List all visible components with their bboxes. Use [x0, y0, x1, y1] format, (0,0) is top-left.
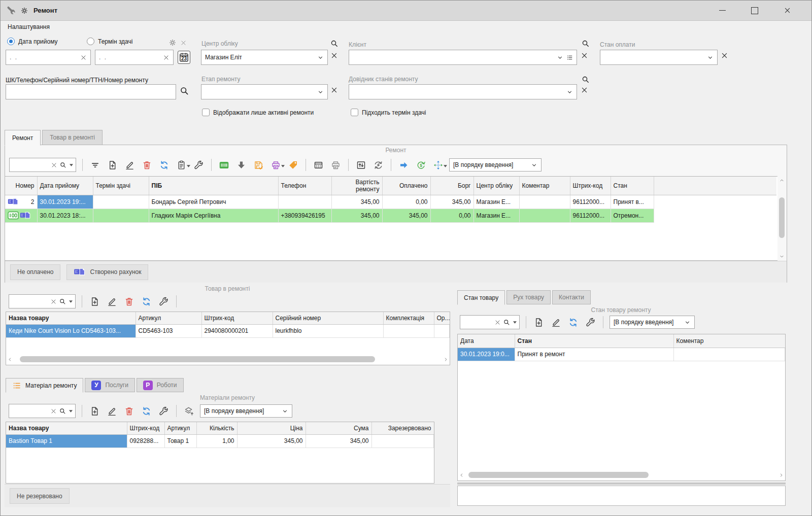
- copy-menu-button[interactable]: [175, 159, 188, 171]
- scroll-thumb[interactable]: [20, 356, 375, 362]
- col-center[interactable]: Центр обліку: [473, 177, 519, 195]
- clear-payment-state-button[interactable]: [721, 52, 728, 59]
- col-cost[interactable]: Вартість ремонту: [331, 177, 382, 195]
- sync-download-button[interactable]: [372, 159, 385, 171]
- search-icon[interactable]: [59, 298, 66, 305]
- col-articul[interactable]: Артикул: [136, 312, 201, 324]
- clear-search-icon[interactable]: [51, 162, 57, 168]
- repair-sort-dropdown[interactable]: [В порядку введення]: [449, 158, 542, 171]
- caret-down-icon[interactable]: [69, 300, 73, 303]
- caret-down-icon[interactable]: [70, 164, 73, 166]
- search-states-dict-button[interactable]: [581, 75, 590, 84]
- search-client-button[interactable]: [330, 39, 339, 48]
- move-menu-button[interactable]: [432, 159, 445, 171]
- radio-due-date[interactable]: Термін здачі: [87, 38, 132, 45]
- checkbox-active-repairs[interactable]: Відображати лише активні ремонти: [202, 109, 314, 116]
- service-button[interactable]: [157, 295, 170, 308]
- search-icon[interactable]: [503, 319, 511, 326]
- service-button[interactable]: [157, 405, 170, 418]
- table-cells-button[interactable]: [312, 159, 325, 171]
- search-payment-state-button[interactable]: [581, 39, 590, 48]
- col-state[interactable]: Стан: [611, 177, 654, 195]
- refresh-button[interactable]: [158, 159, 171, 171]
- search-icon[interactable]: [59, 161, 67, 169]
- scroll-thumb[interactable]: [468, 472, 649, 478]
- col-phone[interactable]: Телефон: [278, 177, 331, 195]
- forward-button[interactable]: [397, 159, 410, 171]
- goods-row[interactable]: Кеди Nike Court Vision Lo CD5463-103... …: [6, 324, 450, 337]
- col-state[interactable]: Стан: [515, 334, 673, 348]
- materials-search-input[interactable]: [12, 407, 48, 415]
- tab-goods-movement[interactable]: Рух товару: [506, 290, 551, 304]
- tab-goods-in-repair[interactable]: Товар в ремонті: [42, 130, 103, 145]
- maximize-button[interactable]: [745, 4, 765, 18]
- barcode-button[interactable]: [218, 159, 230, 171]
- caret-down-icon[interactable]: [513, 321, 517, 324]
- delete-record-button[interactable]: [141, 159, 153, 171]
- col-product-name[interactable]: Назва товару: [6, 422, 127, 434]
- tab-goods-state[interactable]: Стан товару: [457, 290, 505, 305]
- col-sum[interactable]: Сума: [306, 422, 371, 434]
- repair-search-box[interactable]: [9, 158, 76, 172]
- states-dict-combo[interactable]: [349, 84, 577, 99]
- legend-not-paid[interactable]: Не оплачено: [10, 264, 60, 280]
- caret-down-icon[interactable]: [69, 410, 73, 412]
- date-from-field[interactable]: . .: [6, 50, 91, 65]
- close-button[interactable]: [777, 4, 797, 18]
- goods-search-box[interactable]: [9, 294, 76, 308]
- add-record-button[interactable]: [88, 405, 101, 418]
- col-paid[interactable]: Оплачено: [382, 177, 430, 195]
- download-button[interactable]: [235, 159, 248, 171]
- scroll-up-icon[interactable]: [779, 178, 785, 183]
- repair-row[interactable]: 2 30.01.2023 19:... Бондарь Сергей Петро…: [5, 195, 776, 209]
- delete-record-button[interactable]: [123, 405, 136, 418]
- col-barcode[interactable]: Штрих-код: [201, 312, 273, 324]
- clear-search-icon[interactable]: [50, 408, 57, 415]
- not-reserved-button[interactable]: Не резервовано: [10, 488, 70, 504]
- filter-button[interactable]: [89, 159, 101, 171]
- scroll-right-icon[interactable]: [443, 357, 449, 362]
- col-quantity[interactable]: Кількість: [196, 422, 237, 434]
- tag-button[interactable]: [287, 159, 299, 171]
- radio-date-received[interactable]: Дата прийому: [7, 38, 58, 45]
- clear-dates-button[interactable]: [180, 40, 187, 46]
- scroll-right-icon[interactable]: [779, 472, 784, 478]
- print-preview-button[interactable]: [329, 159, 342, 171]
- refresh-button[interactable]: [567, 316, 580, 329]
- col-or[interactable]: Ор...: [434, 312, 450, 324]
- edit-record-button[interactable]: [106, 295, 118, 308]
- col-barcode[interactable]: Штрих-код: [570, 177, 611, 195]
- delete-record-button[interactable]: [123, 295, 136, 308]
- clear-accounting-center-button[interactable]: [330, 52, 338, 59]
- scroll-left-icon[interactable]: [459, 472, 464, 478]
- refresh-button[interactable]: [140, 405, 153, 418]
- add-record-button[interactable]: [532, 316, 545, 329]
- service-button[interactable]: [584, 316, 597, 329]
- tab-works[interactable]: Р Роботи: [137, 378, 184, 392]
- materials-search-box[interactable]: [9, 404, 76, 418]
- date-to-field[interactable]: . .: [95, 50, 174, 65]
- sort-updown-button[interactable]: [355, 159, 367, 171]
- edit-record-button[interactable]: [106, 405, 118, 418]
- edit-record-button[interactable]: [550, 316, 562, 329]
- materials-sort-dropdown[interactable]: [В порядку введення]: [200, 404, 292, 418]
- col-number[interactable]: Номер: [5, 177, 37, 195]
- col-complect[interactable]: Комплектація: [383, 312, 434, 324]
- col-due[interactable]: Термін здачі: [93, 177, 149, 195]
- reserve-button[interactable]: [183, 405, 195, 418]
- print-menu-button[interactable]: [269, 159, 282, 171]
- date-settings-button[interactable]: [168, 38, 177, 47]
- states-row[interactable]: 30.01.2023 19:0... Принят в ремонт: [458, 348, 785, 361]
- search-icon[interactable]: [59, 407, 66, 415]
- calendar-button[interactable]: 23: [178, 51, 190, 64]
- panel-splitter[interactable]: [457, 483, 786, 485]
- scroll-thumb[interactable]: [779, 197, 785, 238]
- checkbox-due-soon[interactable]: Підходить термін здачі: [351, 109, 426, 116]
- col-product-name[interactable]: Назва товару: [6, 312, 136, 324]
- save-document-button[interactable]: [252, 159, 265, 171]
- col-date[interactable]: Дата прийому: [37, 177, 93, 195]
- materials-row[interactable]: Bastion Товар 1 0928288... Товар 1 1,00 …: [6, 434, 434, 448]
- edit-record-button[interactable]: [123, 159, 136, 171]
- code-search-button[interactable]: [179, 86, 190, 96]
- col-reserved[interactable]: Зарезервовано: [371, 422, 434, 434]
